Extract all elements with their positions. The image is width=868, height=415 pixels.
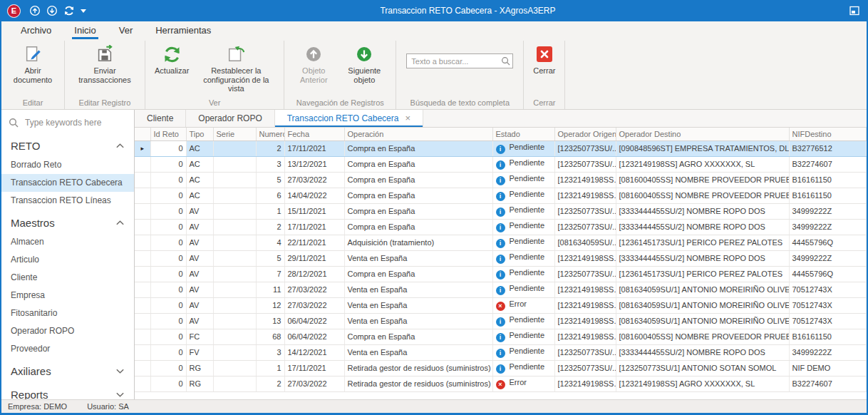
- cell-operador-origen: [123250773SU/...: [554, 203, 616, 219]
- previous-object-icon: [305, 44, 322, 64]
- cell-tipo: AC: [186, 156, 213, 172]
- column-header-operador-origen[interactable]: Operador Origen: [554, 128, 616, 141]
- cell-id-reto: 0: [150, 297, 186, 313]
- table-row[interactable]: 0AC313/12/2021Compra en EspañaiPendiente…: [135, 156, 867, 172]
- cell-tipo: AC: [186, 140, 213, 156]
- row-indicator: ▸: [135, 140, 150, 156]
- menu-inicio[interactable]: Inicio: [72, 24, 98, 39]
- sidebar-item-transaccion-reto-cabecera[interactable]: Transaccion RETO Cabecera: [1, 174, 134, 192]
- quick-next-icon[interactable]: [46, 5, 58, 16]
- cell-numero: 1: [256, 203, 284, 219]
- objeto-anterior-button[interactable]: Objeto Anterior: [290, 42, 337, 86]
- status-usuario: Usuario: SA: [87, 402, 129, 411]
- sidebar-item-cliente[interactable]: Cliente: [1, 269, 134, 287]
- menu-ver[interactable]: Ver: [117, 24, 135, 39]
- cell-operador-origen: [1232149198SS...: [554, 297, 616, 313]
- column-header-numero[interactable]: Numero: [256, 128, 284, 141]
- quick-refresh-icon[interactable]: [63, 5, 75, 16]
- quick-previous-icon[interactable]: [29, 5, 41, 16]
- sidebar-search-input[interactable]: [24, 117, 119, 128]
- column-header-id-reto[interactable]: Id Reto: [150, 128, 186, 141]
- column-header-operador-destino[interactable]: Operador Destino: [616, 128, 789, 141]
- cell-operacion: Adquisición (tratamiento): [344, 235, 492, 250]
- cerrar-button[interactable]: Cerrar: [529, 42, 559, 78]
- cell-fecha: 14/04/2022: [284, 188, 344, 203]
- column-header-fecha[interactable]: Fecha: [284, 128, 344, 141]
- abrir-documento-button[interactable]: Abrir documento: [7, 42, 58, 86]
- table-row[interactable]: 0RG227/03/2022Retirada gestor de residuo…: [135, 376, 867, 391]
- sidebar-section-axiliares[interactable]: Axiliares: [1, 358, 134, 381]
- chevron-up-icon: [115, 220, 125, 226]
- table-row[interactable]: 0AV529/11/2021Venta en EspañaiPendiente[…: [135, 250, 867, 266]
- sidebar-item-fitosanitario[interactable]: Fitosanitario: [1, 304, 134, 322]
- cell-numero: 12: [256, 297, 284, 313]
- pendiente-icon: i: [496, 364, 505, 374]
- column-header-tipo[interactable]: Tipo: [186, 128, 213, 141]
- cell-estado: iPendiente: [492, 140, 554, 156]
- cell-serie: [213, 250, 256, 266]
- sidebar-item-operador-ropo[interactable]: Operador ROPO: [1, 322, 134, 340]
- column-header-serie[interactable]: Serie: [213, 128, 256, 141]
- sidebar-item-articulo[interactable]: Articulo: [1, 251, 134, 269]
- menu-archivo[interactable]: Archivo: [19, 24, 53, 39]
- sidebar-item-borrado-reto[interactable]: Borrado Reto: [1, 156, 134, 174]
- table-row[interactable]: 0AV115/11/2021Compra en EspañaiPendiente…: [135, 203, 867, 219]
- sidebar-section-reports[interactable]: Reports: [1, 381, 134, 399]
- sidebar-item-empresa[interactable]: Empresa: [1, 287, 134, 304]
- pendiente-icon: i: [496, 286, 505, 295]
- pendiente-icon: i: [496, 223, 505, 232]
- table-row[interactable]: 0AV422/11/2021Adquisición (tratamiento)i…: [135, 235, 867, 250]
- table-row[interactable]: 0AC527/03/2022Compra en EspañaiPendiente…: [135, 172, 867, 188]
- cell-numero: 3: [256, 156, 284, 172]
- column-header-operacion[interactable]: Operación: [344, 128, 492, 141]
- table-row[interactable]: 0AV217/11/2021Compra en EspañaiPendiente…: [135, 219, 867, 235]
- search-icon: [9, 118, 19, 128]
- estado-label: Pendiente: [510, 284, 545, 292]
- cell-serie: [213, 235, 256, 250]
- restablecer-vista-button[interactable]: Restablecer la configuración de la vista: [194, 42, 278, 96]
- tab-operador-ropo[interactable]: Operador ROPO: [186, 110, 274, 127]
- siguiente-objeto-button[interactable]: Siguiente objeto: [339, 42, 390, 86]
- abrir-documento-label: Abrir documento: [11, 66, 55, 84]
- row-indicator: [135, 360, 150, 376]
- enviar-transacciones-button[interactable]: Enviar transsacciones: [71, 42, 139, 86]
- column-header-nifdestino[interactable]: NIFDestino: [789, 128, 867, 141]
- cell-id-reto: 0: [150, 235, 186, 250]
- cell-fecha: 17/11/2021: [284, 140, 344, 156]
- sidebar-item-transaccion-reto-lineas[interactable]: Transaccion RETO Líneas: [1, 192, 134, 210]
- cell-operacion: Compra en España: [344, 140, 492, 156]
- sidebar-item-almacen[interactable]: Almacen: [1, 233, 134, 251]
- cell-numero: 1: [256, 360, 284, 376]
- cell-operacion: Venta en España: [344, 344, 492, 360]
- table-row[interactable]: ▸0AC217/11/2021Compra en EspañaiPendient…: [135, 140, 867, 156]
- table-row[interactable]: 0AV728/12/2021Compra en EspañaiPendiente…: [135, 266, 867, 282]
- cell-operador-destino: [3333444455SU/2] NOMBRE ROPO DOS: [616, 203, 789, 219]
- cell-estado: ×Error: [492, 376, 554, 391]
- cell-estado: iPendiente: [492, 203, 554, 219]
- quick-access-dropdown-icon[interactable]: [81, 9, 86, 13]
- app-icon[interactable]: E: [7, 4, 21, 18]
- cell-estado: ×Error: [492, 297, 554, 313]
- sidebar-item-proveedor[interactable]: Proveedor: [1, 340, 134, 358]
- tab-cliente[interactable]: Cliente: [135, 110, 186, 127]
- sidebar-section-maestros[interactable]: Maestros: [1, 210, 134, 233]
- column-header-estado[interactable]: Estado: [492, 128, 554, 141]
- menu-herramientas[interactable]: Herramientas: [153, 24, 213, 39]
- cell-fecha: 27/03/2022: [284, 297, 344, 313]
- actualizar-button[interactable]: Actualizar: [151, 42, 192, 78]
- tab-close-icon[interactable]: ×: [405, 113, 410, 123]
- table-row[interactable]: 0AV1127/03/2022Venta en EspañaiPendiente…: [135, 282, 867, 297]
- ribbon-group-navegacion: Objeto Anterior Siguiente objeto Navegac…: [284, 41, 396, 109]
- ribbon-display-icon[interactable]: [849, 6, 859, 16]
- tab-transaccion-reto-cabecera[interactable]: Transaccion RETO Cabecera×: [275, 110, 423, 127]
- cell-operador-destino: [090848596ST] EMPRESA TRATAMIENTOS, DL: [616, 140, 789, 156]
- app-window: E Transaccion RETO Cabecera - XAgrosA3ER…: [0, 0, 868, 415]
- table-row[interactable]: 0FV314/12/2021Venta en EspañaiPendiente[…: [135, 344, 867, 360]
- table-row[interactable]: 0AC614/04/2022Compra en EspañaiPendiente…: [135, 188, 867, 203]
- sidebar-section-reto[interactable]: RETO: [1, 133, 134, 156]
- table-row[interactable]: 0AV1306/04/2022Venta en EspañaiPendiente…: [135, 313, 867, 329]
- table-row[interactable]: 0RG117/11/2021Retirada gestor de residuo…: [135, 360, 867, 376]
- table-row[interactable]: 0AV1227/03/2022Venta en España×Error[123…: [135, 297, 867, 313]
- table-row[interactable]: 0FC6806/04/2022Compra en EspañaiPendient…: [135, 329, 867, 344]
- fulltext-search-input[interactable]: [406, 53, 513, 68]
